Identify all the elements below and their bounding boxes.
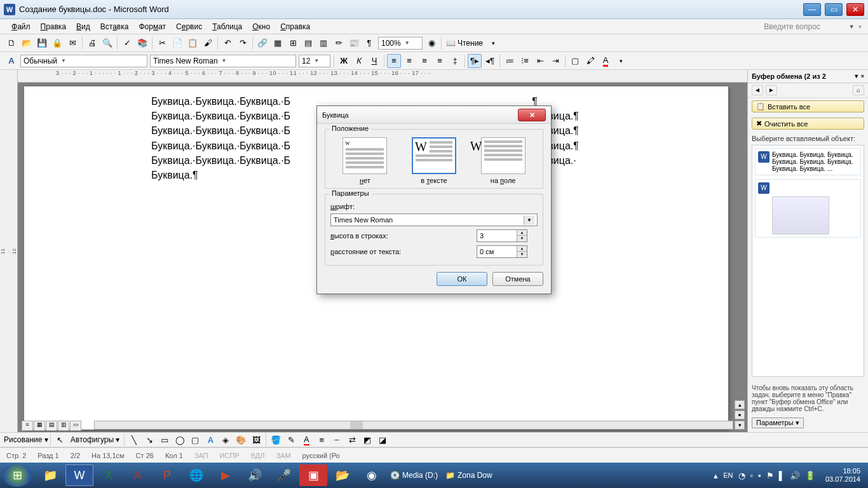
highlight-icon[interactable]: 🖍 [583, 54, 597, 68]
taskpane-dropdown-icon[interactable]: ▼ × [853, 73, 864, 79]
spin-up-icon[interactable]: ▲ [517, 230, 527, 236]
clear-all-button[interactable]: ✖ Очистить все [752, 118, 864, 130]
show-marks-icon[interactable]: ¶ [362, 36, 376, 50]
print-icon[interactable]: 🖨 [85, 36, 99, 50]
hyperlink-icon[interactable]: 🔗 [255, 36, 269, 50]
media-taskbar-item[interactable]: 💽 Media (D:) [386, 471, 442, 480]
tray-clock[interactable]: 18:05 03.07.2014 [820, 467, 865, 484]
ltr-icon[interactable]: ¶▸ [468, 54, 482, 68]
menu-view[interactable]: Вид [71, 21, 95, 32]
mail-icon[interactable]: ✉ [65, 36, 79, 50]
tray-chevron-icon[interactable]: ▴ [714, 471, 718, 480]
status-trk[interactable]: ИСПР [220, 452, 240, 459]
help-question-box[interactable]: Введите вопрос [759, 21, 846, 32]
wordart-icon[interactable]: A [203, 433, 217, 447]
prev-page-icon[interactable]: ▴ [735, 400, 745, 409]
outline-view-icon[interactable]: ▥ [58, 421, 69, 431]
undo-icon[interactable]: ↶ [220, 36, 234, 50]
paste-icon[interactable]: 📋 [186, 36, 200, 50]
arrow-icon[interactable]: ↘ [142, 433, 156, 447]
menu-insert[interactable]: Вставка [95, 21, 134, 32]
picture-icon[interactable]: 🖼 [249, 433, 263, 447]
toolbar-options-icon[interactable]: ▾ [486, 36, 500, 50]
zoom-combo[interactable]: 100%▼ [378, 37, 423, 50]
rectangle-icon[interactable]: ▭ [158, 433, 172, 447]
font-color-icon[interactable]: A [599, 54, 613, 68]
shadow-icon[interactable]: ◩ [360, 433, 374, 447]
dropcap-intext-option[interactable]: W в тексте [412, 137, 456, 184]
close-button[interactable]: ✕ [846, 3, 864, 16]
tray-battery-icon[interactable]: 🔋 [805, 471, 815, 480]
clipart-icon[interactable]: 🎨 [234, 433, 248, 447]
web-view-icon[interactable]: ▦ [34, 421, 45, 431]
presentation-taskbar-icon[interactable]: ▶ [212, 464, 240, 486]
app1-taskbar-icon[interactable]: ▣ [299, 464, 327, 486]
arrow-style-icon[interactable]: ⇄ [345, 433, 359, 447]
line-style-icon[interactable]: ≡ [315, 433, 329, 447]
columns-icon[interactable]: ▥ [316, 36, 330, 50]
line-color-icon[interactable]: ✎ [284, 433, 298, 447]
maximize-button[interactable]: ▭ [825, 3, 843, 16]
menu-close-icon[interactable]: × [858, 24, 862, 30]
menu-edit[interactable]: Правка [36, 21, 72, 32]
rtl-icon[interactable]: ◂¶ [483, 54, 497, 68]
fill-color-icon[interactable]: 🪣 [269, 433, 283, 447]
question-dropdown-icon[interactable]: ▼ [849, 24, 855, 30]
word-taskbar-icon[interactable]: W [65, 464, 93, 486]
horizontal-scrollbar[interactable] [94, 421, 733, 430]
tray-flag-icon[interactable]: ⚑ [766, 471, 774, 480]
taskpane-home-icon[interactable]: ⌂ [853, 85, 864, 95]
ok-button[interactable]: ОК [437, 272, 487, 286]
taskpane-options-button[interactable]: Параметры ▾ [752, 417, 804, 428]
spell-icon[interactable]: ✓ [120, 36, 134, 50]
height-spinner[interactable]: 3▲▼ [477, 229, 527, 242]
dec-indent-icon[interactable]: ⇤ [533, 54, 547, 68]
tray-volume-icon[interactable]: 🔊 [790, 471, 800, 480]
bold-icon[interactable]: Ж [337, 54, 351, 68]
spin-down-icon[interactable]: ▼ [517, 236, 527, 241]
font-combo-dialog[interactable]: Times New Roman▼ [330, 214, 538, 226]
cut-icon[interactable]: ✂ [155, 36, 169, 50]
menu-table[interactable]: Таблица [207, 21, 247, 32]
minimize-button[interactable]: — [803, 3, 821, 16]
volume-taskbar-icon[interactable]: 🔊 [241, 464, 269, 486]
format-painter-icon[interactable]: 🖌 [201, 36, 215, 50]
help-icon[interactable]: ◉ [424, 36, 438, 50]
numbering-icon[interactable]: ≔ [503, 54, 517, 68]
browse-object-icon[interactable]: ● [735, 410, 745, 419]
menu-format[interactable]: Формат [133, 21, 171, 32]
align-center-icon[interactable]: ≡ [402, 54, 416, 68]
print-view-icon[interactable]: ▤ [46, 421, 57, 431]
permissions-icon[interactable]: 🔒 [50, 36, 64, 50]
explorer-taskbar-icon[interactable]: 📁 [36, 464, 64, 486]
bullets-icon[interactable]: ⁝≡ [518, 54, 532, 68]
menu-file[interactable]: Файл [6, 21, 36, 32]
paste-all-button[interactable]: 📋 Вставить все [752, 100, 864, 112]
italic-icon[interactable]: К [352, 54, 366, 68]
size-combo[interactable]: 12▼ [299, 55, 330, 67]
align-right-icon[interactable]: ≡ [417, 54, 431, 68]
align-left-icon[interactable]: ≡ [387, 54, 401, 68]
diagram-icon[interactable]: ◈ [219, 433, 233, 447]
dialog-titlebar[interactable]: Буквица ✕ [317, 106, 551, 124]
spin-down-icon[interactable]: ▼ [517, 252, 527, 257]
powerpoint-taskbar-icon[interactable]: P [153, 464, 181, 486]
tables-borders-icon[interactable]: ▦ [271, 36, 285, 50]
spin-up-icon[interactable]: ▲ [517, 246, 527, 252]
dropcap-margin-option[interactable]: W на поле [481, 137, 526, 184]
styles-pane-icon[interactable]: A [4, 54, 18, 68]
status-ext[interactable]: ВДЛ [251, 452, 265, 459]
distance-spinner[interactable]: 0 см▲▼ [477, 245, 527, 258]
taskpane-back-icon[interactable]: ◄ [752, 85, 763, 95]
copy-icon[interactable]: 📄 [170, 36, 184, 50]
menu-window[interactable]: Окно [247, 21, 275, 32]
reading-view-icon[interactable]: ▭ [70, 421, 81, 431]
dash-style-icon[interactable]: ┄ [330, 433, 344, 447]
drawing-toggle-icon[interactable]: ✏ [332, 36, 346, 50]
insert-table-icon[interactable]: ⊞ [286, 36, 300, 50]
dropcap-none-option[interactable]: w нет [342, 137, 387, 184]
select-objects-icon[interactable]: ↖ [53, 433, 67, 447]
line-icon[interactable]: ╲ [127, 433, 141, 447]
menu-tools[interactable]: Сервис [171, 21, 207, 32]
start-button[interactable]: ⊞ [3, 464, 32, 487]
